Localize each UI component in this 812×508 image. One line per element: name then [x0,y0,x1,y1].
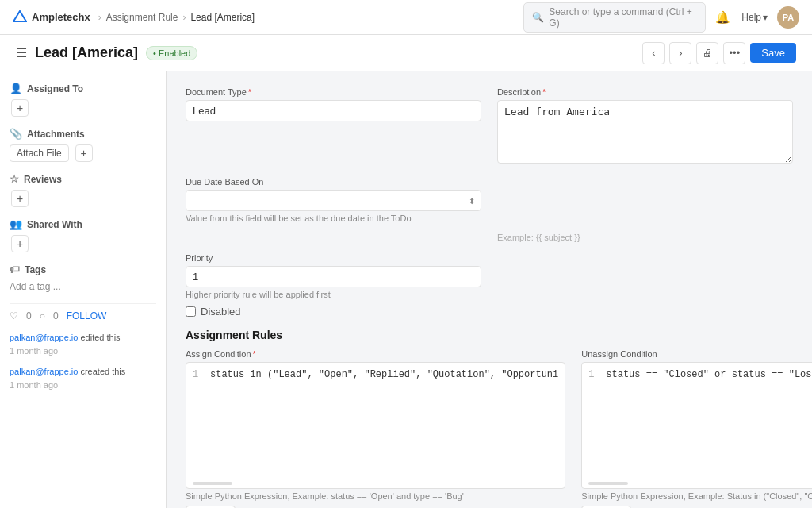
add-shared-button[interactable]: + [11,235,29,252]
attach-file-row: Attach File + [10,144,156,162]
due-date-select[interactable] [186,190,481,211]
example-text: Example: {{ subject }} [497,233,793,242]
assign-condition-label: Assign Condition* [186,349,565,359]
prev-button[interactable]: ‹ [642,42,665,64]
add-attachment-button[interactable]: + [75,144,93,162]
disabled-row: Disabled [186,306,481,318]
unassign-condition-label: Unassign Condition [581,349,812,359]
breadcrumb-assignment-rule[interactable]: Assignment Rule [106,12,178,23]
breadcrumb-sep1: › [98,12,102,23]
shared-icon: 👥 [10,218,22,230]
comments-count: 0 [53,310,59,321]
page-header-left: ☰ Lead [America] • Enabled [16,44,197,61]
shared-with-label: Shared With [27,219,82,230]
svg-marker-0 [13,11,26,21]
assign-condition-field: Assign Condition* 1 status in ("Lead", "… [186,349,565,508]
help-menu[interactable]: Help ▾ [741,12,768,23]
add-review-button[interactable]: + [11,190,29,207]
due-date-select-wrapper: ⬍ [186,190,481,211]
tags-header: 🏷 Tags [10,264,156,275]
star-icon: ☆ [10,173,19,185]
assigned-to-label: Assigned To [27,83,83,94]
unassign-code-content: status == "Closed" or status == "Lost" o… [606,369,812,380]
sidebar-toggle-icon[interactable]: ☰ [16,45,27,60]
activity-entry-1: palkan@frappe.io created this1 month ago [10,365,156,391]
save-button[interactable]: Save [750,43,796,63]
search-icon: 🔍 [532,12,544,23]
attach-file-label: Attach File [17,148,62,159]
breadcrumb-sep2: › [182,12,186,23]
tags-section: 🏷 Tags Add a tag ... [10,264,156,292]
unassign-condition-editor[interactable]: 1 status == "Closed" or status == "Lost"… [581,362,812,489]
shared-with-header: 👥 Shared With [10,218,156,230]
disabled-checkbox[interactable] [186,306,196,317]
priority-label: Priority [186,253,481,263]
disabled-label[interactable]: Disabled [201,306,241,318]
activity-entry-0: palkan@frappe.io edited this1 month ago [10,331,156,357]
activity-user-1[interactable]: palkan@frappe.io [10,367,78,376]
print-icon[interactable]: 🖨 [696,42,718,64]
breadcrumb-current: Lead [America] [190,12,255,23]
status-badge: • Enabled [146,46,197,60]
priority-input[interactable] [186,266,481,287]
priority-hint: Higher priority rule will be applied fir… [186,290,481,299]
document-type-label: Document Type* [186,87,481,97]
social-row: ♡ 0 ○ 0 FOLLOW [10,310,156,321]
assign-code-content: status in ("Lead", "Open", "Replied", "Q… [210,369,558,380]
chevron-down-icon: ▾ [763,12,768,23]
follow-button[interactable]: FOLLOW [67,310,107,321]
assign-condition-hint: Simple Python Expression, Example: statu… [186,491,565,501]
attach-file-button[interactable]: Attach File [10,144,69,162]
due-date-field: Due Date Based On ⬍ Value from this fiel… [186,177,481,242]
bell-icon[interactable]: 🔔 [714,9,732,26]
document-type-input[interactable] [186,100,481,121]
circle-icon: ○ [40,310,45,321]
search-bar[interactable]: 🔍 Search or type a command (Ctrl + G) [523,2,706,33]
help-label: Help [741,12,761,23]
code-scrollbar [193,482,232,485]
description-label: Description* [497,87,793,97]
form-row-1: Document Type* Description* Lead from Am… [186,87,793,166]
add-tag-label[interactable]: Add a tag ... [10,281,61,292]
page-header: ☰ Lead [America] • Enabled ‹ › 🖨 ••• Sav… [0,35,812,71]
unassign-condition-hint: Simple Python Expression, Example: Statu… [581,491,812,501]
description-input[interactable]: Lead from America [497,100,793,164]
tags-label: Tags [25,264,46,275]
next-button[interactable]: › [669,42,691,64]
paperclip-icon: 📎 [10,128,22,140]
line-number-2: 1 [588,369,599,380]
search-placeholder: Search or type a command (Ctrl + G) [549,6,697,29]
topnav-actions: 🔔 Help ▾ PA [714,6,799,29]
avatar-initials: PA [783,13,794,22]
page-title: Lead [America] [35,44,138,61]
assign-condition-editor[interactable]: 1 status in ("Lead", "Open", "Replied", … [186,362,565,489]
activity-log: palkan@frappe.io edited this1 month ago … [10,331,156,391]
description-field: Description* Lead from America [497,87,793,166]
assigned-to-header: 👤 Assigned To [10,83,156,94]
logo[interactable]: Ampletechx [13,10,90,25]
activity-user-0[interactable]: palkan@frappe.io [10,333,78,342]
document-type-field: Document Type* [186,87,481,166]
sidebar-divider [10,303,156,304]
logo-text: Ampletechx [32,11,90,23]
add-assigned-to-button[interactable]: + [11,99,29,117]
reviews-label: Reviews [24,174,62,185]
page-header-right: ‹ › 🖨 ••• Save [642,42,796,64]
unassign-condition-field: Unassign Condition 1 status == "Closed" … [581,349,812,508]
description-example: Example: {{ subject }} [497,177,793,242]
top-navigation: Ampletechx › Assignment Rule › Lead [Ame… [0,0,812,35]
breadcrumb: › Assignment Rule › Lead [America] [98,12,255,23]
priority-field: Priority Higher priority rule will be ap… [186,253,481,318]
main-layout: 👤 Assigned To + 📎 Attachments Attach Fil… [0,71,812,508]
heart-icon: ♡ [10,310,18,321]
due-date-hint: Value from this field will be set as the… [186,214,481,223]
reviews-section: ☆ Reviews + [10,173,156,207]
attachments-section: 📎 Attachments Attach File + [10,128,156,162]
due-date-label: Due Date Based On [186,177,481,187]
code-line-2: 1 status == "Closed" or status == "Lost"… [588,369,812,380]
sidebar: 👤 Assigned To + 📎 Attachments Attach Fil… [0,71,167,508]
likes-count: 0 [26,310,32,321]
avatar[interactable]: PA [777,6,799,29]
unassign-code-scrollbar [588,482,628,485]
more-options-icon[interactable]: ••• [723,42,745,64]
